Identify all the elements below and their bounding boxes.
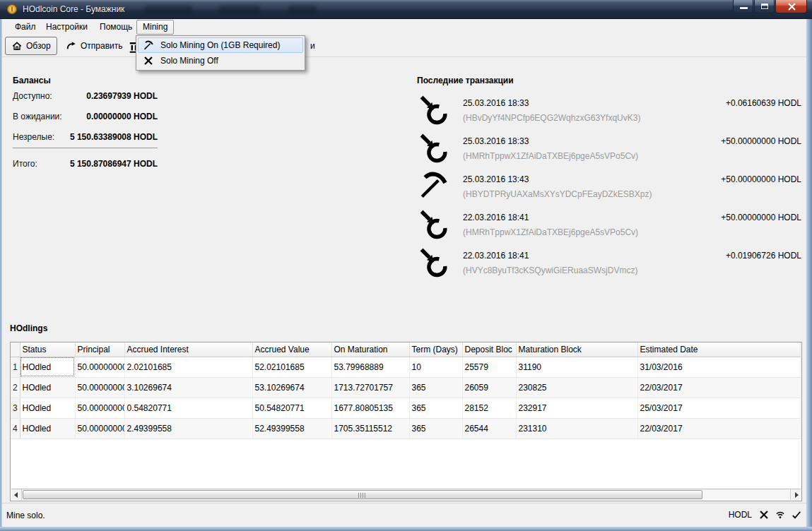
transaction-amount: +50.00000000 HODL (721, 174, 801, 184)
titlebar[interactable]: HOdlcoin Core - Бумажник (0, 0, 812, 19)
cell-accrued-value[interactable]: 53.10269674 (252, 377, 331, 398)
menu-help[interactable]: Помощь (94, 20, 138, 34)
status-indicators: HODL (729, 509, 802, 520)
column-header-rownum[interactable] (11, 342, 20, 357)
maximize-icon (761, 4, 768, 9)
column-header-accrued-value[interactable]: Accrued Value (252, 342, 331, 357)
cell-on-maturation[interactable]: 1677.80805135 (331, 398, 409, 418)
window-border-right (806, 19, 812, 527)
column-header-status[interactable]: Status (20, 342, 75, 357)
menu-item-solo-mining-on[interactable]: Solo Mining On (1GB Required) (138, 37, 303, 53)
cell-accrued-interest[interactable]: 3.10269674 (124, 377, 252, 398)
cell-term-days[interactable]: 365 (409, 398, 462, 418)
window-border-left (0, 19, 2, 527)
cell-principal[interactable]: 50.00000000 (75, 357, 124, 377)
scroll-right-icon (795, 492, 799, 498)
cell-accrued-value[interactable]: 52.49399558 (252, 418, 331, 438)
horizontal-scrollbar[interactable] (11, 489, 801, 500)
overview-tab-button[interactable]: Обзор (5, 37, 57, 55)
transaction-item[interactable]: 25.03.2016 18:33 (HMRhTppwX1ZfAiDaTXBEj6… (416, 131, 802, 169)
cell-status[interactable]: HOdled (20, 398, 75, 418)
cell-status[interactable]: HOdled (20, 377, 75, 398)
unit-label: HODL (729, 510, 752, 520)
column-header-estimated-date[interactable]: Estimated Date (637, 342, 800, 357)
mining-off-crossed-pickaxes-icon (758, 509, 770, 520)
menu-mining[interactable]: Mining (136, 20, 174, 35)
network-signal-icon (775, 509, 786, 520)
cell-deposit-block[interactable]: 25579 (462, 357, 516, 377)
menu-settings[interactable]: Настройки (40, 20, 93, 34)
cell-rownum: 4 (11, 418, 20, 438)
cell-deposit-block[interactable]: 28152 (462, 398, 516, 418)
column-header-deposit-block[interactable]: Deposit Bloc (462, 342, 516, 357)
table-row[interactable]: 2 HOdled 50.00000000 3.10269674 53.10269… (11, 377, 800, 398)
menu-file[interactable]: Файл (9, 20, 42, 34)
send-tab-label: Отправить (81, 41, 123, 51)
cell-on-maturation[interactable]: 53.79968889 (331, 357, 409, 377)
cell-principal[interactable]: 50.00000000 (75, 377, 124, 398)
cell-on-maturation[interactable]: 1713.72701757 (331, 377, 409, 398)
column-header-principal[interactable]: Principal (75, 342, 124, 357)
cell-accrued-interest[interactable]: 2.02101685 (124, 357, 252, 377)
status-message: Mine solo. (6, 511, 45, 520)
column-header-term-days[interactable]: Term (Days) (409, 342, 462, 357)
cell-maturation-block[interactable]: 232917 (516, 398, 637, 418)
close-icon (776, 0, 808, 13)
transactions-title: Последние транзакции (417, 76, 514, 85)
cell-accrued-interest[interactable]: 2.49399558 (124, 418, 252, 438)
cell-term-days[interactable]: 365 (409, 418, 462, 438)
cell-accrued-value[interactable]: 52.02101685 (252, 357, 331, 377)
mining-dropdown-menu: Solo Mining On (1GB Required) Solo Minin… (136, 35, 305, 71)
transaction-item[interactable]: 22.03.2016 18:41 (HVYc8ByuTf3cKSQywiGiER… (416, 245, 802, 283)
cell-on-maturation[interactable]: 1705.35115512 (331, 418, 409, 438)
maximize-button[interactable] (754, 0, 775, 13)
column-header-accrued-interest[interactable]: Accrued Interest (124, 342, 252, 357)
cell-deposit-block[interactable]: 26544 (462, 418, 516, 438)
cell-deposit-block[interactable]: 26059 (462, 377, 516, 398)
cell-estimated-date[interactable]: 25/03/2017 (637, 398, 800, 418)
transaction-item[interactable]: 25.03.2016 18:33 (HBvDyYf4NPCfp6EQG2Wqhz… (416, 93, 802, 131)
menubar: Файл Настройки Помощь Mining (2, 19, 806, 35)
cell-estimated-date[interactable]: 22/03/2017 (637, 418, 800, 438)
cell-accrued-value[interactable]: 50.54820771 (252, 398, 331, 418)
transaction-date: 25.03.2016 13:43 (463, 174, 529, 184)
cell-term-days[interactable]: 365 (409, 377, 462, 398)
ghost-artifact (219, 6, 260, 15)
scroll-left-button[interactable] (11, 489, 22, 500)
received-icon (417, 93, 449, 125)
window-title: HOdlcoin Core - Бумажник (23, 4, 124, 14)
received-icon (417, 207, 449, 239)
column-header-maturation-block[interactable]: Maturation Block (516, 342, 637, 357)
cell-principal[interactable]: 50.00000000 (75, 398, 124, 418)
balance-value: 5 150.63389008 HODL (70, 132, 158, 142)
table-row[interactable]: 3 HOdled 50.00000000 0.54820771 50.54820… (11, 398, 800, 418)
table-header-row: Status Principal Accrued Interest Accrue… (11, 342, 800, 357)
column-header-on-maturation[interactable]: On Maturation (331, 342, 409, 357)
cell-rownum: 3 (11, 398, 20, 418)
cell-maturation-block[interactable]: 231310 (516, 418, 637, 438)
close-button[interactable] (775, 0, 807, 13)
table-row[interactable]: 1 HOdled 50.00000000 2.02101685 52.02101… (11, 357, 800, 377)
cell-status[interactable]: HOdled (20, 357, 75, 377)
scroll-right-button[interactable] (790, 489, 801, 500)
menu-item-solo-mining-off[interactable]: Solo Mining Off (138, 53, 303, 68)
sync-check-icon (791, 509, 802, 520)
cell-accrued-interest[interactable]: 0.54820771 (124, 398, 252, 418)
minimize-button[interactable] (733, 0, 753, 13)
transaction-item[interactable]: 25.03.2016 13:43 (HBYDTPRyUAXaMsXYsYDCpF… (416, 169, 802, 207)
cell-maturation-block[interactable]: 31190 (516, 357, 637, 377)
transaction-item[interactable]: 22.03.2016 18:41 (HMRhTppwX1ZfAiDaTXBEj6… (416, 207, 802, 245)
toolbar: Обзор Отправить и (2, 35, 806, 57)
cell-estimated-date[interactable]: 22/03/2017 (637, 377, 800, 398)
transactions-tab-label-fragment[interactable]: и (310, 41, 315, 51)
cell-principal[interactable]: 50.00000000 (75, 418, 124, 438)
send-tab-button[interactable]: Отправить (60, 37, 129, 55)
cell-estimated-date[interactable]: 31/03/2016 (637, 357, 800, 377)
scrollbar-thumb[interactable] (23, 490, 702, 499)
cell-status[interactable]: HOdled (20, 418, 75, 438)
balance-label: Незрелые: (13, 132, 54, 142)
cell-term-days[interactable]: 10 (409, 357, 462, 377)
transaction-address: (HVYc8ByuTf3cKSQywiGiERuaaSWsjDVmcz) (463, 266, 637, 275)
table-row[interactable]: 4 HOdled 50.00000000 2.49399558 52.49399… (11, 418, 800, 438)
cell-maturation-block[interactable]: 230825 (516, 377, 637, 398)
